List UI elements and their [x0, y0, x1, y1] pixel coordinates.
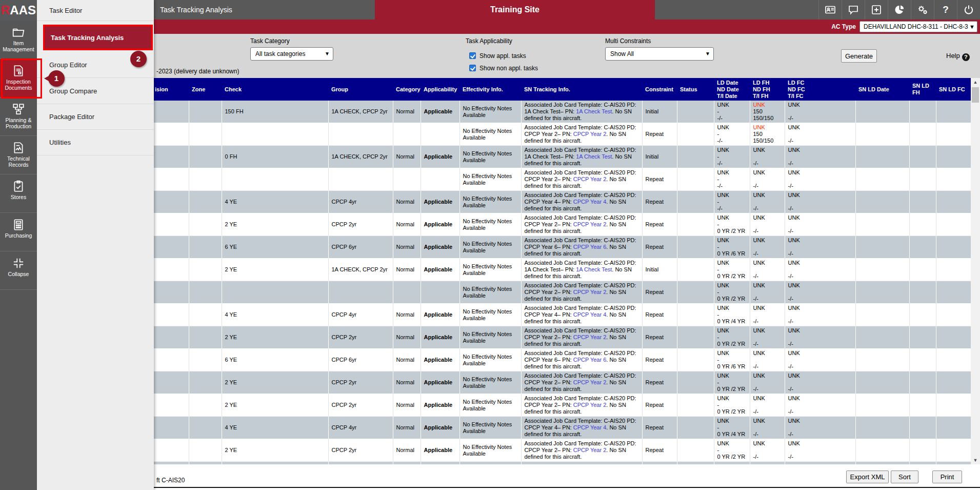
print-button[interactable]: Print: [932, 471, 962, 483]
cell-status: [677, 304, 714, 326]
cell-check: [222, 168, 328, 191]
cell-group: CPCP 6yr: [328, 236, 393, 259]
cell-ld-fc: UNK -/-: [785, 417, 855, 439]
cell-effectivity: No Effectivity Notes Available: [459, 168, 521, 191]
sidebar-item-planning-production[interactable]: Planning & Production: [0, 97, 37, 136]
column-constraint[interactable]: Constraint: [642, 78, 677, 101]
column-category[interactable]: Category: [393, 78, 421, 101]
sidebar-item-stores[interactable]: Stores: [0, 174, 37, 213]
help-icon[interactable]: ?: [934, 0, 957, 19]
chat-icon[interactable]: [842, 0, 865, 19]
cell-sn-ld-fc: [936, 213, 971, 236]
job-card-template-link[interactable]: CPCP Year 2: [573, 176, 607, 182]
multi-constraints-select[interactable]: Show All ▼: [605, 47, 714, 61]
column-sn-ld-fc[interactable]: SN LD FC: [936, 78, 971, 101]
scroll-down-arrow-icon[interactable]: ▼: [971, 456, 980, 464]
sidebar-item-purchasing[interactable]: Purchasing: [0, 213, 37, 251]
cell-group: CPCP 2yr: [328, 371, 393, 394]
cell-zone: [189, 326, 222, 349]
cell-constraint: Repeat: [642, 168, 677, 191]
column-zone[interactable]: Zone: [189, 78, 222, 101]
job-card-template-link[interactable]: CPCP Year 2: [573, 402, 607, 408]
planning-production-icon: [12, 103, 25, 116]
cell-sn-ld-fc: [936, 417, 971, 439]
export-xml-button[interactable]: Export XML: [846, 471, 889, 483]
show-non-appl-tasks-checkbox[interactable]: [469, 65, 476, 71]
help-link[interactable]: Help?: [946, 52, 970, 61]
cell-ld-date: UNK-0 YR /2 YR: [714, 439, 750, 462]
power-icon[interactable]: [957, 0, 980, 19]
task-applicability-label: Task Applicability: [466, 37, 512, 45]
job-card-template-link[interactable]: 1A Check Test: [576, 153, 612, 160]
scroll-up-arrow-icon[interactable]: ▲: [971, 78, 980, 86]
column-revision-partial[interactable]: ision: [154, 78, 189, 101]
job-card-template-link[interactable]: CPCP Year 2: [573, 289, 607, 295]
cell-sn-ld-fc: [936, 236, 971, 259]
job-card-template-link[interactable]: CPCP Year 6: [573, 357, 607, 363]
ac-type-select[interactable]: DEHAVILLAND DHC-8-311 - DHC-8-3 ▼: [859, 21, 977, 32]
show-appl-tasks-checkbox[interactable]: [469, 52, 476, 59]
job-card-template-link[interactable]: CPCP Year 2: [573, 221, 607, 227]
sidebar-item-item-management[interactable]: Item Management: [0, 21, 37, 59]
cell-sn-tracking: Associated Job Card Template: C-AIS20 PD…: [521, 213, 642, 236]
cell-ld-fc: UNK -/-: [785, 259, 855, 281]
job-card-template-link[interactable]: CPCP Year 4: [573, 311, 607, 318]
cell-constraint: Initial: [642, 146, 677, 168]
table-row: 4 YECPCP 4yrNormalApplicableNo Effectivi…: [154, 191, 971, 213]
column-sn-tracking-info[interactable]: SN Tracking Info.: [521, 78, 642, 101]
column-status[interactable]: Status: [677, 78, 714, 101]
folder-icon: [12, 26, 25, 39]
column-group[interactable]: Group: [328, 78, 393, 101]
column-ld-date[interactable]: LD DateND DateT/I Date: [714, 78, 750, 101]
cell-sn-ld-date: [855, 191, 909, 213]
cell-category: Normal: [393, 191, 421, 213]
generate-button[interactable]: Generate: [841, 49, 877, 63]
job-card-template-link[interactable]: CPCP Year 2: [573, 447, 607, 453]
cell-sn-ld-fc: [936, 326, 971, 349]
column-ld-fh[interactable]: LD FHND FHT/I FH: [750, 78, 785, 101]
cell-sn-ld-fh: [909, 326, 936, 349]
job-card-template-link[interactable]: 1A Check Test: [576, 266, 612, 272]
footer-aircraft-text: ft C-AIS20: [156, 477, 185, 484]
menu-item-task-editor[interactable]: Task Editor: [37, 0, 154, 21]
column-applicability[interactable]: Applicability: [421, 78, 459, 101]
cell-applicability: Applicable: [421, 417, 459, 439]
cell-zone: [189, 259, 222, 281]
cell-check: 6 YE: [222, 349, 328, 371]
cell-status: [677, 417, 714, 439]
multi-constraints-group: Multi Constraints Show All ▼: [605, 37, 714, 61]
scrollbar-thumb[interactable]: [972, 87, 979, 103]
job-card-template-link[interactable]: CPCP Year 2: [573, 131, 607, 137]
cell-zone: [189, 394, 222, 417]
column-ld-fc[interactable]: LD FCND FCT/I FC: [785, 78, 855, 101]
cell-applicability: Applicable: [421, 349, 459, 371]
sort-button[interactable]: Sort: [891, 471, 918, 483]
column-effectivity-info[interactable]: Effectivity Info.: [459, 78, 521, 101]
pie-chart-icon[interactable]: [888, 0, 911, 19]
cell-sn-ld-date: [855, 349, 909, 371]
job-card-template-link[interactable]: 1A Check Test: [576, 108, 612, 114]
table-row: 2 YECPCP 2yrNormalApplicableNo Effectivi…: [154, 326, 971, 349]
job-card-template-link[interactable]: CPCP Year 4: [573, 424, 607, 430]
cell-applicability: Applicable: [421, 101, 459, 123]
task-category-select[interactable]: All task categories ▼: [250, 47, 333, 61]
cell-ld-fh: UNK150150/150: [750, 101, 785, 123]
job-card-template-link[interactable]: CPCP Year 4: [573, 199, 607, 205]
training-site-banner: Training Site: [375, 0, 655, 19]
cell-constraint: Repeat: [642, 304, 677, 326]
menu-item-task-tracking-analysis[interactable]: Task Tracking Analysis: [43, 25, 153, 50]
id-card-icon[interactable]: [818, 0, 842, 19]
settings-gears-icon[interactable]: [911, 0, 934, 19]
menu-item-package-editor[interactable]: Package Editor: [37, 104, 154, 130]
job-card-template-link[interactable]: CPCP Year 6: [573, 244, 607, 250]
column-sn-ld-date[interactable]: SN LD Date: [855, 78, 909, 101]
column-check[interactable]: Check: [222, 78, 328, 101]
sidebar-item-collapse[interactable]: Collapse: [0, 251, 37, 290]
sidebar-item-technical-records[interactable]: Technical Records: [0, 136, 37, 174]
vertical-scrollbar[interactable]: ▲ ▼: [971, 78, 980, 464]
add-window-icon[interactable]: [865, 0, 888, 19]
column-sn-ld-fh[interactable]: SN LD FH: [909, 78, 936, 101]
job-card-template-link[interactable]: CPCP Year 2: [573, 334, 607, 340]
job-card-template-link[interactable]: CPCP Year 2: [573, 379, 607, 385]
menu-item-utilities[interactable]: Utilities: [37, 130, 154, 155]
